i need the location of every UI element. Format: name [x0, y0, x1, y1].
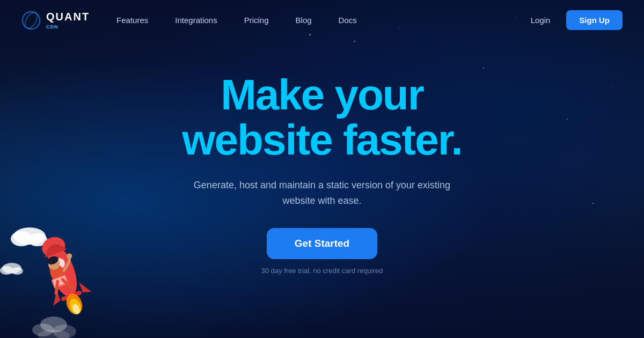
get-started-button[interactable]: Get Started: [267, 228, 377, 259]
svg-point-6: [0, 266, 13, 275]
hero-title-line2: website faster.: [182, 116, 462, 164]
login-link[interactable]: Login: [531, 16, 551, 25]
nav-links: Features Integrations Pricing Blog Docs: [116, 16, 531, 25]
hero-title: Make your website faster.: [182, 72, 462, 163]
nav-blog[interactable]: Blog: [296, 16, 312, 25]
svg-point-7: [11, 267, 23, 275]
hero-subtitle: Generate, host and maintain a static ver…: [182, 178, 462, 209]
logo-quant-text: QUANT: [46, 11, 90, 23]
logo[interactable]: QUANT CDN: [21, 11, 90, 30]
navbar: QUANT CDN Features Integrations Pricing …: [0, 0, 644, 40]
nav-docs[interactable]: Docs: [339, 16, 357, 25]
rocket-illustration: [0, 166, 118, 338]
nav-pricing[interactable]: Pricing: [244, 16, 269, 25]
hero-title-line1: Make your: [221, 71, 423, 119]
logo-cdn-text: CDN: [46, 24, 90, 30]
nav-features[interactable]: Features: [116, 16, 148, 25]
nav-right: Login Sign Up: [531, 10, 623, 30]
nav-integrations[interactable]: Integrations: [175, 16, 217, 25]
signup-button[interactable]: Sign Up: [566, 10, 623, 30]
trial-text: 30 day free trial, no credit card requir…: [261, 267, 383, 275]
svg-point-0: [23, 11, 40, 28]
